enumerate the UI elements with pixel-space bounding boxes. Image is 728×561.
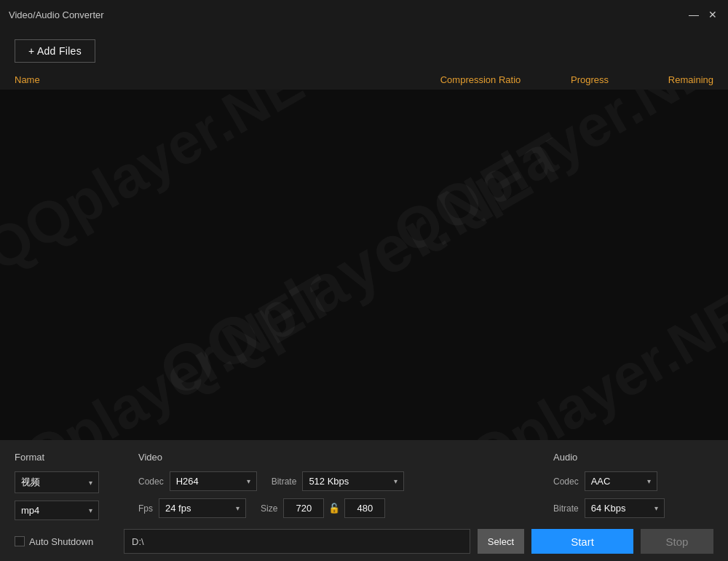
bitrate-group: Bitrate 512 Kbps ▾ bbox=[272, 471, 405, 491]
watermark-center: QQplayer.NET bbox=[147, 118, 581, 412]
column-name: Name bbox=[15, 74, 415, 85]
bitrate-label: Bitrate bbox=[272, 476, 297, 487]
lock-icon: 🔓 bbox=[328, 503, 340, 514]
output-path-input[interactable] bbox=[124, 529, 470, 554]
add-files-button[interactable]: + Add Files bbox=[15, 39, 95, 63]
format-dropdown[interactable]: 视频 ▾ bbox=[15, 471, 99, 493]
auto-shutdown-checkbox[interactable] bbox=[15, 536, 25, 546]
audio-section: Audio Codec AAC ▾ Bitrate 64 Kbps ▾ bbox=[553, 452, 713, 518]
size-label: Size bbox=[261, 503, 277, 514]
audio-bitrate-arrow-icon: ▾ bbox=[654, 504, 658, 512]
watermark-tl: QQplayer.NET bbox=[0, 90, 346, 285]
auto-shutdown-wrapper: Auto Shutdown bbox=[15, 536, 116, 547]
audio-bitrate-selected: 64 Kbps bbox=[591, 503, 626, 514]
fps-dropdown[interactable]: 24 fps ▾ bbox=[159, 498, 246, 518]
window-controls: — ✕ bbox=[687, 8, 719, 21]
watermark-bl: QQplayer.NET bbox=[0, 262, 346, 440]
start-button[interactable]: Start bbox=[531, 529, 633, 554]
format-arrow-icon: ▾ bbox=[89, 479, 92, 487]
video-codec-arrow-icon: ▾ bbox=[247, 477, 250, 485]
column-remaining: Remaining bbox=[633, 74, 713, 85]
size-inputs: 🔓 bbox=[283, 498, 385, 518]
main-container: + Add Files Name Compression Ratio Progr… bbox=[0, 29, 728, 561]
auto-shutdown-label: Auto Shutdown bbox=[29, 536, 93, 547]
container-selected: mp4 bbox=[21, 505, 39, 516]
video-bitrate-dropdown[interactable]: 512 Kbps ▾ bbox=[302, 471, 404, 491]
audio-codec-dropdown[interactable]: AAC ▾ bbox=[585, 471, 657, 491]
codec-group: Codec H264 ▾ bbox=[138, 471, 257, 491]
video-top-row: Codec H264 ▾ Bitrate 512 Kbps ▾ bbox=[138, 471, 539, 491]
size-group: Size 🔓 bbox=[261, 498, 385, 518]
controls-row: Format 视频 ▾ mp4 ▾ Video Codec H264 bbox=[15, 452, 713, 520]
container-arrow-icon: ▾ bbox=[89, 506, 92, 514]
video-bottom-row: Fps 24 fps ▾ Size 🔓 bbox=[138, 498, 539, 518]
audio-bitrate-dropdown[interactable]: 64 Kbps ▾ bbox=[585, 498, 665, 518]
audio-codec-arrow-icon: ▾ bbox=[647, 477, 651, 485]
audio-codec-label: Codec bbox=[553, 476, 579, 487]
bottom-panel: Format 视频 ▾ mp4 ▾ Video Codec H264 bbox=[0, 440, 728, 561]
stop-button[interactable]: Stop bbox=[641, 529, 713, 554]
video-bitrate-selected: 512 Kbps bbox=[309, 476, 349, 487]
fps-group: Fps 24 fps ▾ bbox=[138, 498, 246, 518]
select-button[interactable]: Select bbox=[478, 529, 524, 554]
video-bitrate-arrow-icon: ▾ bbox=[394, 477, 397, 485]
add-files-row: + Add Files bbox=[15, 29, 713, 70]
video-section-label: Video bbox=[138, 452, 539, 463]
container-dropdown[interactable]: mp4 ▾ bbox=[15, 501, 99, 520]
audio-bitrate-row: Bitrate 64 Kbps ▾ bbox=[553, 498, 713, 518]
title-bar: Video/Audio Converter — ✕ bbox=[0, 0, 728, 29]
video-section: Video Codec H264 ▾ Bitrate 512 Kbps ▾ bbox=[138, 452, 539, 518]
audio-bitrate-label: Bitrate bbox=[553, 503, 579, 514]
audio-codec-selected: AAC bbox=[591, 476, 611, 487]
format-section-label: Format bbox=[15, 452, 116, 463]
watermark-br: QQplayer.NET bbox=[419, 262, 728, 440]
action-row: Auto Shutdown Select Start Stop bbox=[15, 529, 713, 554]
size-width-input[interactable] bbox=[283, 498, 324, 518]
column-progress: Progress bbox=[546, 74, 633, 85]
video-codec-dropdown[interactable]: H264 ▾ bbox=[170, 471, 257, 491]
size-height-input[interactable] bbox=[344, 498, 385, 518]
column-compression: Compression Ratio bbox=[415, 74, 546, 85]
minimize-button[interactable]: — bbox=[687, 8, 700, 21]
close-button[interactable]: ✕ bbox=[706, 8, 719, 21]
video-codec-selected: H264 bbox=[176, 476, 199, 487]
fps-selected: 24 fps bbox=[165, 503, 191, 514]
watermark-tr: QQplayer.NET bbox=[382, 90, 728, 267]
audio-section-label: Audio bbox=[553, 452, 713, 463]
fps-arrow-icon: ▾ bbox=[236, 504, 240, 512]
format-selected: 视频 bbox=[21, 476, 40, 489]
files-area: QQplayer.NET QQplayer.NET QQplayer.NET Q… bbox=[0, 90, 728, 440]
fps-label: Fps bbox=[138, 503, 153, 514]
audio-codec-row: Codec AAC ▾ bbox=[553, 471, 713, 491]
table-header: Name Compression Ratio Progress Remainin… bbox=[15, 70, 713, 90]
format-section: Format 视频 ▾ mp4 ▾ bbox=[15, 452, 116, 520]
codec-label: Codec bbox=[138, 476, 164, 487]
app-title: Video/Audio Converter bbox=[9, 9, 104, 20]
